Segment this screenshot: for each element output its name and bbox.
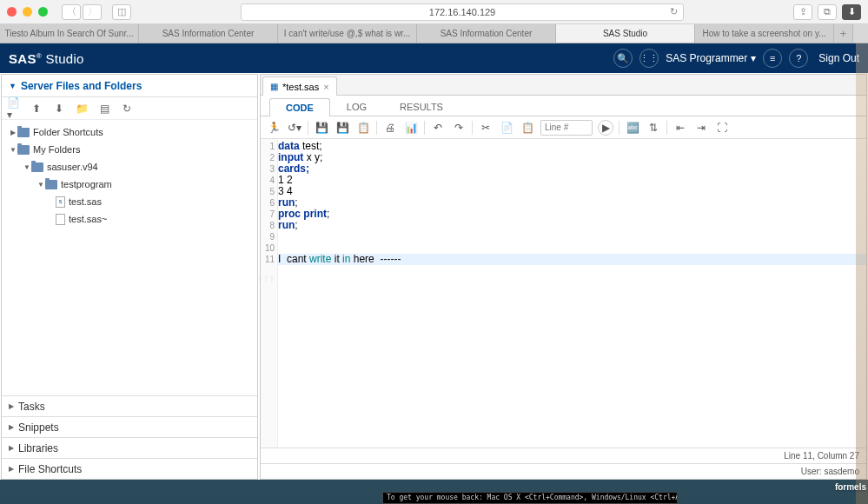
sas-logo: SAS® Studio: [9, 51, 84, 66]
upload-icon[interactable]: ⬆: [30, 102, 43, 116]
save-as-icon[interactable]: 💾: [335, 120, 350, 136]
downloads-button[interactable]: ⬇: [842, 4, 861, 20]
browser-tab[interactable]: SAS Information Center: [139, 24, 278, 43]
undo-icon[interactable]: ↶: [430, 120, 446, 136]
save-icon[interactable]: 💾: [314, 120, 329, 136]
panel-tasks[interactable]: ▶Tasks: [2, 395, 257, 416]
copy-icon[interactable]: 📄: [499, 120, 514, 136]
editor-toolbar: 🏃 ↺▾ 💾 💾 📋 🖨 📊 ↶ ↷ ✂ 📄 📋 ▶ 🔤 ⇅ ⇤ ⇥ ⛶: [261, 116, 866, 139]
folder-icon: [31, 162, 43, 172]
replace-icon[interactable]: ⇅: [646, 120, 661, 136]
maximize-icon[interactable]: ⛶: [714, 120, 730, 136]
user-menu[interactable]: SAS Programmer▾: [666, 52, 756, 64]
search-icon[interactable]: 🔍: [613, 49, 633, 68]
sidebar-toolbar: 📄▾ ⬆ ⬇ 📁 ▤ ↻: [2, 97, 257, 120]
code-editor[interactable]: 1234567891011 data test; input x y; card…: [261, 139, 866, 448]
vm-hint-bar: To get your mouse back: Mac OS X <Ctrl+C…: [382, 492, 678, 504]
goto-line-input[interactable]: [540, 120, 593, 136]
download-icon[interactable]: ⬇: [52, 102, 66, 116]
new-tab-button[interactable]: +: [834, 24, 853, 43]
browser-tab[interactable]: I can't write/use @,$ what is wr...: [278, 24, 417, 43]
minimize-window[interactable]: [23, 7, 32, 17]
tab-results[interactable]: RESULTS: [383, 97, 460, 116]
user-status: User: sasdemo: [261, 463, 866, 479]
chevron-down-icon: ▾: [751, 52, 756, 64]
zoom-window[interactable]: [38, 7, 48, 17]
tree-file[interactable]: test.sas~: [2, 210, 257, 228]
tree-item[interactable]: ▼ sasuser.v94: [2, 158, 257, 176]
go-icon[interactable]: ▶: [598, 120, 613, 136]
collapse-icon[interactable]: ▼: [9, 146, 17, 154]
browser-tab-bar: Tiesto Album In Search Of Sunr... SAS In…: [0, 24, 868, 43]
editor-area: ⋮⋮⋮ ▦ *test.sas × CODE LOG RESULTS 🏃 ↺▾ …: [260, 74, 867, 480]
close-tab-icon[interactable]: ×: [323, 82, 328, 92]
export-icon[interactable]: 📋: [355, 120, 371, 136]
splitter-handle[interactable]: ⋮⋮⋮: [256, 277, 262, 298]
desktop-label: formels: [835, 482, 866, 492]
tabs-button[interactable]: ⧉: [818, 4, 837, 20]
find-icon[interactable]: 🔤: [625, 120, 640, 136]
file-tabs: ▦ *test.sas ×: [261, 75, 866, 96]
url-text: 172.16.140.129: [429, 7, 495, 17]
browser-tab[interactable]: Tiesto Album In Search Of Sunr...: [0, 24, 139, 43]
sas-header: SAS® Studio 🔍 ⋮⋮ SAS Programmer▾ ≡ ? Sig…: [0, 43, 868, 73]
browser-tab[interactable]: How to take a screenshot on y...: [695, 24, 834, 43]
summary-icon[interactable]: 📊: [403, 120, 419, 136]
paste-icon[interactable]: 📋: [520, 120, 535, 136]
code-content[interactable]: data test; input x y; cards; 1 2 3 4 run…: [278, 139, 866, 448]
caret-down-icon: ▼: [9, 82, 17, 90]
close-window[interactable]: [7, 7, 17, 17]
tab-code[interactable]: CODE: [269, 98, 330, 116]
traffic-lights: [7, 7, 48, 17]
file-icon: [56, 214, 65, 225]
indent-icon[interactable]: ⇥: [693, 120, 709, 136]
collapse-icon[interactable]: ▼: [36, 181, 45, 189]
tree-item[interactable]: ▶ Folder Shortcuts: [2, 123, 257, 141]
folder-icon: [17, 128, 30, 137]
panel-file-shortcuts[interactable]: ▶File Shortcuts: [2, 458, 257, 479]
forward-button[interactable]: 〉: [83, 4, 102, 20]
tree-item[interactable]: ▼ My Folders: [2, 141, 257, 158]
tree-file[interactable]: S test.sas: [2, 193, 257, 210]
folder-icon: [17, 145, 30, 155]
redo-icon[interactable]: ↷: [451, 120, 467, 136]
refresh-icon[interactable]: ↻: [120, 102, 134, 116]
new-folder-icon[interactable]: 📁: [75, 102, 89, 116]
file-tree: ▶ Folder Shortcuts ▼ My Folders ▼ sasuse…: [2, 120, 257, 395]
url-bar[interactable]: 172.16.140.129 ↻: [241, 3, 684, 21]
panel-header-files[interactable]: ▼ Server Files and Folders: [2, 75, 257, 97]
cut-icon[interactable]: ✂: [478, 120, 494, 136]
back-button[interactable]: 〈: [62, 4, 81, 20]
panel-snippets[interactable]: ▶Snippets: [2, 416, 257, 437]
view-tabs: CODE LOG RESULTS: [261, 96, 866, 116]
new-file-icon[interactable]: 📄▾: [7, 102, 21, 116]
browser-tab[interactable]: SAS Information Center: [417, 24, 556, 43]
browser-tab-active[interactable]: SAS Studio: [556, 24, 695, 43]
main-area: ▼ Server Files and Folders 📄▾ ⬆ ⬇ 📁 ▤ ↻ …: [0, 73, 868, 480]
print-icon[interactable]: 🖨: [382, 120, 398, 136]
share-button[interactable]: ⇪: [793, 4, 812, 20]
tab-log[interactable]: LOG: [330, 97, 383, 116]
outdent-icon[interactable]: ⇤: [673, 120, 688, 136]
help-icon[interactable]: ?: [789, 49, 808, 68]
properties-icon[interactable]: ▤: [97, 102, 111, 116]
expand-icon[interactable]: ▶: [9, 129, 17, 136]
menu-icon[interactable]: ≡: [763, 49, 782, 68]
tree-item[interactable]: ▼ testprogram: [2, 176, 257, 193]
reload-icon[interactable]: ↻: [670, 6, 678, 17]
desktop-background-edge: [856, 43, 868, 504]
line-gutter: 1234567891011: [261, 139, 278, 448]
collapse-icon[interactable]: ▼: [23, 163, 31, 171]
panel-libraries[interactable]: ▶Libraries: [2, 437, 257, 458]
sas-file-icon: S: [56, 196, 65, 208]
cursor-status: Line 11, Column 27: [261, 448, 866, 463]
sign-out-link[interactable]: Sign Out: [818, 52, 859, 64]
run-icon[interactable]: 🏃: [266, 120, 282, 136]
file-tab[interactable]: ▦ *test.sas ×: [262, 76, 337, 96]
history-icon[interactable]: ↺▾: [287, 120, 302, 136]
apps-icon[interactable]: ⋮⋮: [639, 49, 659, 68]
sidebar-toggle-button[interactable]: ◫: [112, 4, 131, 20]
folder-icon: [45, 180, 57, 189]
browser-toolbar: 〈 〉 ◫ 172.16.140.129 ↻ ⇪ ⧉ ⬇: [0, 0, 868, 24]
sidebar: ▼ Server Files and Folders 📄▾ ⬆ ⬇ 📁 ▤ ↻ …: [1, 74, 258, 480]
